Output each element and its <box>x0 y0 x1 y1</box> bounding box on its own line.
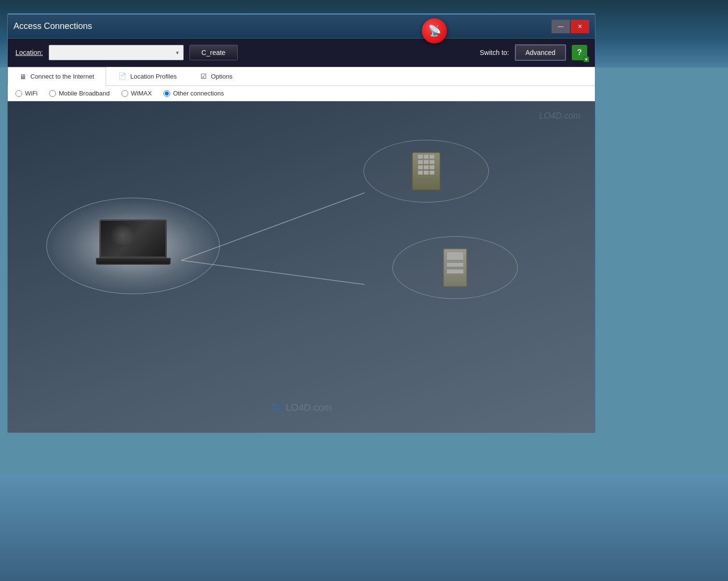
tab-connect-label: Connect to the Internet <box>30 73 94 80</box>
content-area: 🔵 LO4D.com LO4D.com <box>8 101 595 432</box>
title-bar-left: Access Connections <box>13 21 92 31</box>
radio-mobile-broadband[interactable]: Mobile Broadband <box>49 90 110 97</box>
phone-key <box>424 160 429 164</box>
laptop-base <box>96 258 171 265</box>
watermark: 🔵 LO4D.com <box>271 402 332 413</box>
app-title: Access Connections <box>13 21 92 31</box>
help-button[interactable]: ? ▼ <box>572 45 587 60</box>
radio-wifi[interactable]: WiFi <box>15 90 38 97</box>
radio-mobile-input[interactable] <box>49 90 56 97</box>
help-dropdown-icon: ▼ <box>583 56 589 62</box>
create-button[interactable]: C_reate <box>189 45 238 60</box>
phone-key <box>418 171 423 175</box>
radio-wimax[interactable]: WiMAX <box>121 90 152 97</box>
toolbar: Location: ▼ C_reate Switch to: Advanced … <box>8 39 595 67</box>
server-group <box>392 236 518 299</box>
phone-key <box>418 165 423 169</box>
title-controls: — ✕ <box>552 20 589 33</box>
tabs-bar: 🖥 Connect to the Internet 📄 Location Pro… <box>8 67 595 86</box>
tab-options[interactable]: ☑ Options <box>189 67 244 85</box>
phone-btn-row-3 <box>418 165 434 169</box>
server-slot-bot <box>446 269 464 274</box>
phone-key <box>424 171 429 175</box>
monitor-icon: 🖥 <box>20 73 27 81</box>
radio-wifi-input[interactable] <box>15 90 22 97</box>
server-device-icon <box>443 248 467 287</box>
server-ellipse <box>392 236 518 299</box>
tab-profiles-label: Location Profiles <box>130 73 176 80</box>
phone-key <box>430 165 434 169</box>
phone-key <box>430 171 434 175</box>
app-icon: 📡 <box>422 18 447 43</box>
main-window: Access Connections 📡 — ✕ Location: ▼ C_r… <box>7 14 595 433</box>
radio-wimax-input[interactable] <box>121 90 128 97</box>
phone-key <box>424 155 429 159</box>
advanced-button[interactable]: Advanced <box>515 44 566 61</box>
phone-key <box>430 155 434 159</box>
wifi-broadcast-icon: 📡 <box>428 25 441 37</box>
phone-ellipse <box>364 140 489 203</box>
radio-wifi-label: WiFi <box>25 90 38 97</box>
radio-wimax-label: WiMAX <box>131 90 152 97</box>
logo-watermark: LO4D.com <box>539 111 580 121</box>
phone-key <box>424 165 429 169</box>
laptop-screen <box>99 219 167 258</box>
tab-connect-internet[interactable]: 🖥 Connect to the Internet <box>8 67 106 86</box>
phone-btn-row-1 <box>418 155 434 159</box>
location-select-wrapper: ▼ <box>49 45 184 60</box>
phone-btn-row-4 <box>418 171 434 175</box>
title-bar: Access Connections 📡 — ✕ <box>8 14 595 39</box>
switch-to-label: Switch to: <box>480 49 509 56</box>
phone-group <box>364 140 489 203</box>
tab-options-label: Options <box>211 73 232 80</box>
laptop-ellipse <box>46 198 220 294</box>
radio-other-connections[interactable]: Other connections <box>163 90 224 97</box>
radio-other-input[interactable] <box>163 90 170 97</box>
laptop-group <box>46 198 220 294</box>
location-select[interactable] <box>49 45 184 60</box>
location-label: Location: <box>15 49 43 56</box>
phone-key <box>418 160 423 164</box>
server-slot-mid <box>446 262 464 267</box>
help-label: ? <box>577 48 582 57</box>
radio-other-label: Other connections <box>173 90 224 97</box>
minimize-button[interactable]: — <box>552 20 570 33</box>
radio-mobile-label: Mobile Broadband <box>59 90 110 97</box>
folder-icon: 📄 <box>118 72 126 80</box>
checkbox-icon: ☑ <box>201 72 207 80</box>
server-slot-top <box>446 252 464 260</box>
close-button[interactable]: ✕ <box>571 20 589 33</box>
tab-location-profiles[interactable]: 📄 Location Profiles <box>106 67 189 85</box>
radio-bar: WiFi Mobile Broadband WiMAX Other connec… <box>8 86 595 101</box>
phone-key <box>418 155 423 159</box>
phone-device-icon <box>412 152 441 190</box>
watermark-text: 🔵 LO4D.com <box>271 402 332 413</box>
phone-btn-row-2 <box>418 160 434 164</box>
laptop-device-icon <box>94 219 172 272</box>
phone-key <box>430 160 434 164</box>
